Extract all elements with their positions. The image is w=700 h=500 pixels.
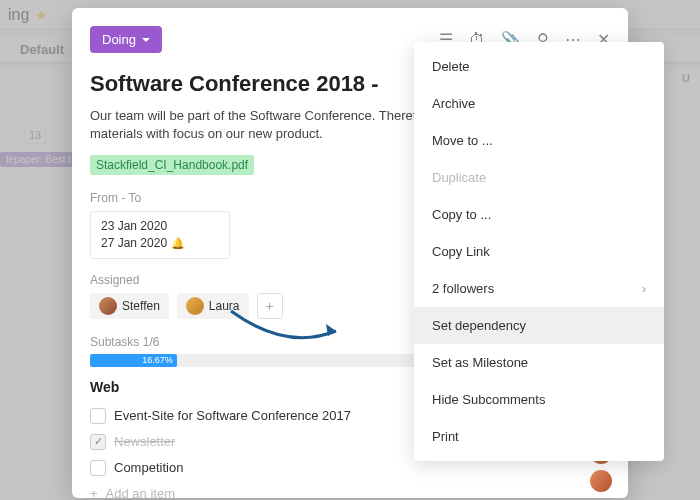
assignee-chip[interactable]: Laura xyxy=(177,293,249,319)
date-to: 27 Jan 2020 xyxy=(101,236,167,250)
assignee-chip[interactable]: Steffen xyxy=(90,293,169,319)
checkbox[interactable] xyxy=(90,408,106,424)
context-menu: Delete Archive Move to ... Duplicate Cop… xyxy=(414,42,664,461)
status-button[interactable]: Doing xyxy=(90,26,162,53)
add-item-label: Add an item xyxy=(106,486,175,498)
add-assignee-button[interactable]: + xyxy=(257,293,283,319)
menu-duplicate: Duplicate xyxy=(414,159,664,196)
menu-archive[interactable]: Archive xyxy=(414,85,664,122)
subtask-label: Newsletter xyxy=(114,434,175,449)
reminder-icon: 🔔 xyxy=(171,237,185,249)
menu-copy-to[interactable]: Copy to ... xyxy=(414,196,664,233)
checkbox[interactable]: ✓ xyxy=(90,434,106,450)
subtask-label: Competition xyxy=(114,460,183,475)
subtasks-count: 1/6 xyxy=(143,335,160,349)
menu-copy-link[interactable]: Copy Link xyxy=(414,233,664,270)
add-subtask[interactable]: +Add an item xyxy=(90,481,610,498)
subtasks-label: Subtasks xyxy=(90,335,139,349)
menu-hide-subcomments[interactable]: Hide Subcomments xyxy=(414,381,664,418)
plus-icon: + xyxy=(90,486,98,498)
assignee-name: Steffen xyxy=(122,299,160,313)
progress-fill: 16.67% xyxy=(90,354,177,367)
menu-set-dependency[interactable]: Set dependency xyxy=(414,307,664,344)
date-range[interactable]: 23 Jan 2020 27 Jan 2020🔔 xyxy=(90,211,230,259)
avatar xyxy=(186,297,204,315)
menu-move-to[interactable]: Move to ... xyxy=(414,122,664,159)
assignee-name: Laura xyxy=(209,299,240,313)
menu-delete[interactable]: Delete xyxy=(414,48,664,85)
avatar xyxy=(99,297,117,315)
attachment-chip[interactable]: Stackfield_CI_Handbook.pdf xyxy=(90,155,254,175)
avatar xyxy=(590,470,612,492)
chevron-right-icon: › xyxy=(642,282,646,296)
menu-label: 2 followers xyxy=(432,281,494,296)
menu-print[interactable]: Print xyxy=(414,418,664,455)
subtask-label: Event-Site for Software Conference 2017 xyxy=(114,408,351,423)
checkbox[interactable] xyxy=(90,460,106,476)
menu-set-milestone[interactable]: Set as Milestone xyxy=(414,344,664,381)
menu-followers[interactable]: 2 followers› xyxy=(414,270,664,307)
date-from: 23 Jan 2020 xyxy=(101,218,219,235)
